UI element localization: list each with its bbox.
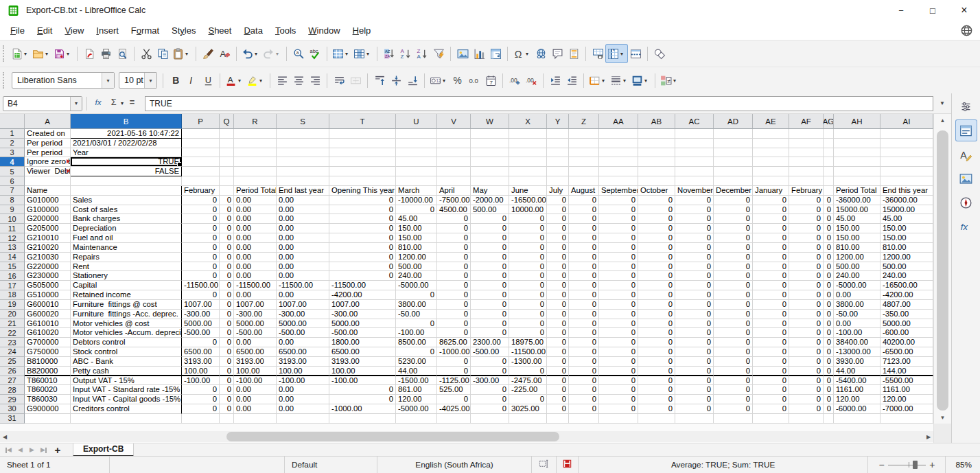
cell-Z31[interactable] xyxy=(569,414,599,424)
cell-AG27[interactable]: 0 xyxy=(824,376,834,386)
cell-V22[interactable]: 0 xyxy=(437,328,471,338)
cell-AF15[interactable]: 0 xyxy=(789,262,824,272)
cell-R24[interactable]: 6500.00 xyxy=(234,347,277,357)
cell-AH13[interactable]: 810.00 xyxy=(834,243,880,253)
cell-AB28[interactable]: 0 xyxy=(638,385,675,395)
cell-Z22[interactable]: 0 xyxy=(569,328,599,338)
cell-AA6[interactable] xyxy=(599,176,638,186)
cell-T23[interactable]: 1800.00 xyxy=(329,338,396,347)
cell-V11[interactable]: 0 xyxy=(437,224,471,233)
cell-R21[interactable]: 5000.00 xyxy=(234,319,277,329)
cell-S14[interactable]: 0.00 xyxy=(277,253,329,262)
cell-AC29[interactable]: 0 xyxy=(675,395,714,404)
cell-AE28[interactable]: 0 xyxy=(753,385,789,395)
toolbar-drag-handle[interactable] xyxy=(3,72,8,89)
column-header-P[interactable]: P xyxy=(182,114,220,129)
cell-B22[interactable]: Motor vehicles -Accum. deprecia xyxy=(71,328,182,338)
cell-AF2[interactable] xyxy=(789,139,824,148)
cell-AI4[interactable] xyxy=(880,157,933,167)
cell-AD30[interactable]: 0 xyxy=(714,404,753,414)
cell-B12[interactable]: Fuel and oil xyxy=(71,233,182,243)
cell-R4[interactable] xyxy=(234,157,277,167)
cell-V20[interactable]: 0 xyxy=(437,310,471,319)
column-header-S[interactable]: S xyxy=(277,114,329,129)
cell-P7[interactable]: February xyxy=(182,186,220,196)
cell-U12[interactable]: 150.00 xyxy=(396,233,437,243)
cell-AI26[interactable]: 144.00 xyxy=(880,367,933,376)
cell-Y26[interactable]: 0 xyxy=(547,367,569,376)
cell-AD5[interactable] xyxy=(714,167,753,176)
cell-AD14[interactable]: 0 xyxy=(714,253,753,262)
paste-button[interactable]: ▾ xyxy=(171,45,192,62)
cell-AE18[interactable]: 0 xyxy=(753,290,789,300)
cell-AE10[interactable]: 0 xyxy=(753,214,789,224)
cell-B5[interactable]: FALSE xyxy=(71,167,182,176)
cell-AI29[interactable]: 120.00 xyxy=(880,395,933,404)
cell-S26[interactable]: 100.00 xyxy=(277,367,329,376)
cell-V27[interactable]: -1125.00 xyxy=(437,376,471,386)
cell-Q15[interactable]: 0 xyxy=(220,262,234,272)
cell-AB25[interactable]: 0 xyxy=(638,357,675,367)
selection-mode-status[interactable] xyxy=(532,457,557,473)
cell-X25[interactable]: -1300.00 xyxy=(509,357,547,367)
cell-T7[interactable]: Opening This year xyxy=(329,186,396,196)
cell-AD11[interactable]: 0 xyxy=(714,224,753,233)
cell-W25[interactable]: 0 xyxy=(471,357,509,367)
cell-R28[interactable]: 0.00 xyxy=(234,385,277,395)
cell-AH30[interactable]: -6000.00 xyxy=(834,404,880,414)
cell-P5[interactable] xyxy=(182,167,220,176)
cell-S16[interactable]: 0.00 xyxy=(277,271,329,281)
cell-AI20[interactable]: -350.00 xyxy=(880,310,933,319)
cell-AE11[interactable]: 0 xyxy=(753,224,789,233)
cell-AH2[interactable] xyxy=(834,139,880,148)
cell-B16[interactable]: Stationery xyxy=(71,271,182,281)
format-as-number-button[interactable]: 0.0 xyxy=(466,71,482,89)
cell-AD26[interactable]: 0 xyxy=(714,367,753,376)
cell-AE19[interactable]: 0 xyxy=(753,300,789,310)
cell-AH25[interactable]: 3930.00 xyxy=(834,357,880,367)
cell-V1[interactable] xyxy=(437,129,471,139)
cell-AG26[interactable]: 0 xyxy=(824,367,834,376)
cell-Z8[interactable]: 0 xyxy=(569,196,599,205)
cell-AA26[interactable]: 0 xyxy=(599,367,638,376)
cell-W12[interactable]: 0 xyxy=(471,233,509,243)
cell-T14[interactable]: 0 xyxy=(329,253,396,262)
cell-AA3[interactable] xyxy=(599,148,638,158)
cell-A13[interactable]: G210020 xyxy=(25,243,71,253)
cell-B29[interactable]: Input VAT - Capital goods -15% xyxy=(71,395,182,404)
cell-P8[interactable]: 0 xyxy=(182,196,220,205)
cell-B3[interactable]: Year xyxy=(71,148,182,158)
cell-T5[interactable] xyxy=(329,167,396,176)
cell-W19[interactable]: 0 xyxy=(471,300,509,310)
cell-A14[interactable]: G210030 xyxy=(25,253,71,262)
cell-B8[interactable]: Sales xyxy=(71,196,182,205)
cell-AI16[interactable]: 240.00 xyxy=(880,271,933,281)
cell-A8[interactable]: G010000 xyxy=(25,196,71,205)
cell-R14[interactable]: 0.00 xyxy=(234,253,277,262)
cell-AF11[interactable]: 0 xyxy=(789,224,824,233)
row-header-28[interactable]: 28 xyxy=(0,385,25,395)
zoom-slider-thumb[interactable] xyxy=(913,461,918,469)
cell-U16[interactable]: 240.00 xyxy=(396,271,437,281)
cell-AG11[interactable]: 0 xyxy=(824,224,834,233)
cell-AA18[interactable]: 0 xyxy=(599,290,638,300)
cell-R13[interactable]: 0.00 xyxy=(234,243,277,253)
insert-hyperlink-button[interactable] xyxy=(533,45,549,62)
cell-A17[interactable]: G505000 xyxy=(25,281,71,290)
cell-R31[interactable] xyxy=(234,414,277,424)
cell-AH27[interactable]: -5400.00 xyxy=(834,376,880,386)
cell-B1[interactable]: 2021-05-16 10:47:22 xyxy=(71,129,182,139)
scroll-left-button[interactable]: ◀ xyxy=(0,431,10,442)
cell-AD31[interactable] xyxy=(714,414,753,424)
add-decimal-place-button[interactable]: .00 xyxy=(506,71,523,89)
cell-AA21[interactable]: 0 xyxy=(599,319,638,329)
cell-AI15[interactable]: 500.00 xyxy=(880,262,933,272)
select-function-button[interactable]: Σ▾ xyxy=(108,95,124,112)
row-header-15[interactable]: 15 xyxy=(0,262,25,272)
cell-AC2[interactable] xyxy=(675,139,714,148)
column-header-A[interactable]: A xyxy=(25,114,71,129)
cell-AC1[interactable] xyxy=(675,129,714,139)
cell-AI5[interactable] xyxy=(880,167,933,176)
cell-Z12[interactable]: 0 xyxy=(569,233,599,243)
chevron-down-icon[interactable]: ▾ xyxy=(443,78,448,84)
